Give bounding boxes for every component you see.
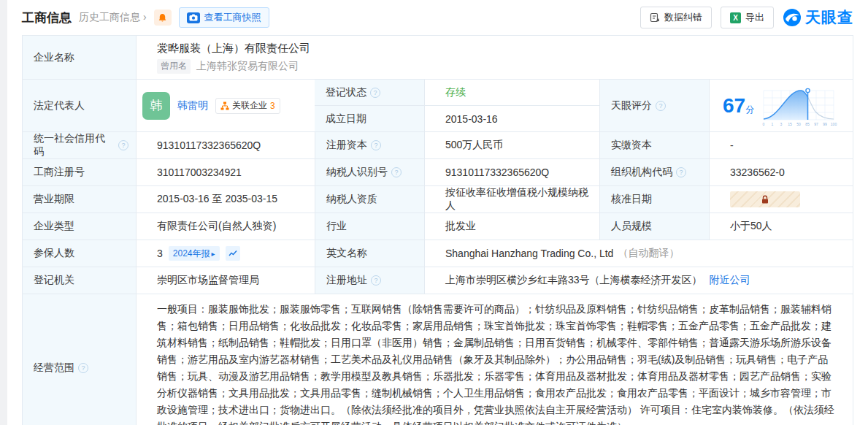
insured-count-label: 参保人数	[23, 240, 136, 267]
svg-text:15: 15	[788, 122, 792, 126]
svg-text:1: 1	[772, 122, 774, 126]
trend-chart-button[interactable]	[226, 246, 240, 261]
company-name-cell: 裳晔服装（上海）有限责任公司 曾用名 上海韩张贸易有限公司	[136, 36, 853, 79]
business-scope-value: 一般项目：服装服饰批发；服装服饰零售；互联网销售（除销售需要许可的商品）；针纺织…	[136, 294, 853, 425]
paid-capital-value: -	[709, 132, 853, 158]
reg-address-label: 注册地址	[315, 267, 424, 294]
related-companies-tag[interactable]: 关联企业 3	[215, 98, 280, 114]
industry-value: 批发业	[424, 213, 599, 240]
english-name-cell: Shanghai Hanzhang Trading Co., Ltd （自动翻译…	[424, 240, 853, 267]
svg-text:97: 97	[814, 122, 818, 126]
taxpayer-quality-value: 按征收率征收增值税小规模纳税人	[424, 186, 599, 212]
taxpayer-quality-label: 纳税人资质	[315, 186, 424, 212]
business-scope-label: 经营范围	[23, 294, 136, 425]
org-code-label: 组织机构代码	[599, 159, 709, 185]
row-reg-number: 工商注册号 310117003234921 纳税人识别号 91310117332…	[23, 158, 853, 185]
company-type-label: 企业类型	[23, 213, 136, 240]
avatar[interactable]: 韩	[142, 92, 170, 120]
svg-text:50: 50	[796, 122, 801, 126]
row-legal-representative: 法定代表人 韩 韩雷明 关联企业 3	[23, 79, 853, 131]
related-companies-count: 3	[270, 101, 275, 111]
help-icon[interactable]	[391, 167, 402, 177]
reg-capital-value: 500万人民币	[424, 132, 599, 158]
svg-text:85: 85	[805, 122, 810, 126]
panel-header: 工商信息 历史工商信息 查看工商快照	[7, 0, 868, 35]
section-title: 工商信息	[22, 9, 72, 26]
score-distribution-chart[interactable]: 0 1 3 15 50 85 97 99 100	[761, 85, 837, 127]
insured-count-cell: 3 2024年报	[136, 240, 315, 267]
help-icon[interactable]	[370, 88, 380, 98]
excel-icon	[730, 12, 741, 23]
score-value: 67	[723, 94, 745, 117]
tianyancha-logo-icon	[783, 8, 802, 27]
row-establish-date: 成立日期 2015-03-16	[315, 105, 599, 131]
snapshot-button[interactable]: 查看工商快照	[179, 7, 269, 28]
status-date-stack: 登记状态 存续 成立日期 2015-03-16	[315, 80, 599, 131]
bell-icon	[158, 13, 167, 23]
help-icon[interactable]	[118, 140, 128, 150]
row-reg-authority: 登记机关 崇明区市场监督管理局 注册地址 上海市崇明区横沙乡红丰路33号（上海横…	[23, 267, 853, 294]
score-cell: 67分	[709, 80, 853, 131]
row-business-scope: 经营范围 一般项目：服装服饰批发；服装服饰零售；互联网销售（除销售需要许可的商品…	[23, 294, 853, 425]
row-business-term: 营业期限 2015-03-16 至 2035-03-15 纳税人资质 按征收率征…	[23, 185, 853, 212]
business-term-label: 营业期限	[23, 186, 136, 212]
tianyancha-logo[interactable]: 天眼查	[783, 7, 853, 28]
legal-rep-name-link[interactable]: 韩雷明	[177, 99, 208, 112]
help-icon[interactable]	[371, 275, 381, 286]
former-name-tag: 曾用名	[157, 59, 191, 74]
annual-report-tag[interactable]: 2024年报	[169, 246, 220, 261]
row-insured-count: 参保人数 3 2024年报 英文名称 Shanghai Hanzhang Tra…	[23, 240, 853, 267]
org-code-value: 33236562-0	[709, 159, 853, 185]
insured-count-value: 3	[157, 248, 163, 259]
reg-number-label: 工商注册号	[23, 159, 136, 185]
taxpayer-id-label: 纳税人识别号	[315, 159, 424, 185]
english-name-label: 英文名称	[315, 240, 424, 267]
snapshot-button-label: 查看工商快照	[204, 11, 261, 24]
lock-icon	[761, 195, 769, 204]
company-name-value: 裳晔服装（上海）有限责任公司	[157, 42, 310, 55]
approval-date-label: 核准日期	[599, 186, 709, 212]
company-name-label: 企业名称	[23, 36, 136, 79]
data-correction-button[interactable]: 数据纠错	[640, 7, 712, 28]
help-icon[interactable]	[676, 167, 686, 177]
related-companies-label: 关联企业	[232, 99, 267, 112]
business-info-panel: 工商信息 历史工商信息 查看工商快照	[7, 0, 868, 425]
credit-code-value: 91310117332365620Q	[136, 132, 315, 158]
svg-text:99: 99	[823, 122, 827, 126]
reg-status-value: 存续	[445, 86, 466, 99]
row-reg-status: 登记状态 存续	[315, 80, 599, 105]
locked-value[interactable]	[730, 191, 800, 207]
row-company-type: 企业类型 有限责任公司(自然人独资) 行业 批发业 人员规模 小于50人	[23, 212, 853, 240]
reg-address-cell: 上海市崇明区横沙乡红丰路33号（上海横泰经济开发区） 附近公司	[424, 267, 853, 294]
history-info-link[interactable]: 历史工商信息	[79, 11, 147, 24]
help-icon[interactable]	[78, 363, 88, 373]
nearby-companies-link[interactable]: 附近公司	[710, 274, 750, 287]
export-button[interactable]: 导出	[721, 7, 774, 28]
camera-icon	[187, 12, 200, 23]
staff-size-label: 人员规模	[599, 213, 709, 240]
reg-authority-value: 崇明区市场监督管理局	[136, 267, 315, 294]
correction-icon	[650, 12, 660, 23]
help-icon[interactable]	[656, 101, 666, 111]
org-chart-icon	[220, 102, 229, 110]
business-term-value: 2015-03-16 至 2035-03-15	[136, 186, 315, 212]
data-correction-label: 数据纠错	[664, 11, 702, 24]
subscribe-bell-button[interactable]	[154, 9, 172, 26]
reg-status-label: 登记状态	[315, 80, 424, 105]
approval-date-cell	[709, 186, 853, 212]
help-icon[interactable]	[371, 140, 381, 150]
company-type-value: 有限责任公司(自然人独资)	[136, 213, 315, 240]
industry-label: 行业	[315, 213, 424, 240]
legal-rep-label: 法定代表人	[23, 80, 136, 131]
reg-capital-label: 注册资本	[315, 132, 424, 158]
reg-address-value: 上海市崇明区横沙乡红丰路33号（上海横泰经济开发区）	[445, 274, 702, 287]
reg-status-cell: 存续	[424, 80, 599, 105]
business-info-table: 企业名称 裳晔服装（上海）有限责任公司 曾用名 上海韩张贸易有限公司 法定代表人…	[22, 35, 853, 425]
paid-capital-label: 实缴资本	[599, 132, 709, 158]
brand-name: 天眼查	[805, 7, 853, 28]
former-name-value: 上海韩张贸易有限公司	[196, 60, 299, 73]
export-label: 导出	[745, 11, 764, 24]
line-chart-icon	[228, 250, 237, 257]
svg-text:0: 0	[763, 122, 765, 126]
taxpayer-id-value: 91310117332365620Q	[424, 159, 599, 185]
